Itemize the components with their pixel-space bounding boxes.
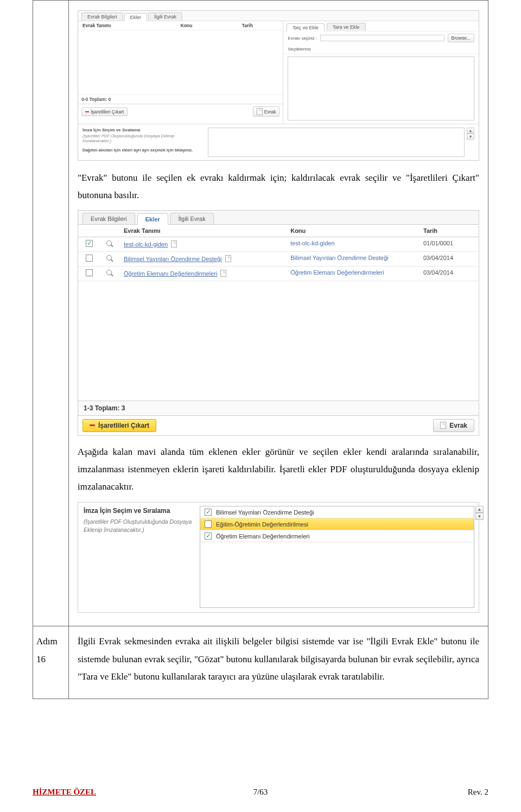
row-konu: Bilimsel Yayınları Özendirme Desteği — [290, 255, 389, 261]
isaretlileri-cikart-button[interactable]: İşaretlileri Çıkart — [82, 419, 156, 432]
screenshot-ekler-empty: Evrak Bilgileri Ekler İlgili Evrak Evrak… — [78, 10, 479, 161]
row-tarih: 03/04/2014 — [419, 267, 479, 281]
tab-ekler[interactable]: Ekler — [124, 13, 148, 21]
ss1-order-box — [208, 128, 465, 157]
imza-secim-sub: (İşaretliler PDF Oluşturulduğunda Dosyay… — [84, 518, 194, 534]
row-checkbox[interactable] — [86, 269, 93, 276]
tab-sec-ve-ekle[interactable]: Seç ve Ekle — [287, 23, 325, 31]
screenshot-imza-secim: İmza İçin Seçim ve Sıralama (İşaretliler… — [78, 502, 479, 613]
btn-label: Evrak — [449, 422, 467, 429]
evrak-button[interactable]: Evrak — [253, 106, 280, 117]
ss1-tabs: Evrak Bilgileri Ekler İlgili Evrak — [78, 11, 479, 21]
screenshot-ekler-list: Evrak Bilgileri Ekler İlgili Evrak Evrak… — [78, 210, 479, 436]
tab-ekler[interactable]: Ekler — [137, 213, 168, 225]
step-label: Adım 16 — [33, 626, 68, 675]
btn-label: Evrak — [264, 109, 276, 115]
list-item[interactable]: Bilimsel Yayınları Özendirme Desteği — [200, 506, 474, 518]
item-text: Eğitim-Öğretimin Değerlendirilmesi — [216, 521, 308, 528]
document-icon — [257, 108, 263, 115]
row-tarih: 01/01/0001 — [419, 237, 479, 251]
evrak-seciniz-label: Evrakı seçiniz : — [288, 36, 317, 41]
item-checkbox[interactable] — [205, 521, 212, 528]
btn-label: İşaretlileri Çıkart — [98, 422, 149, 429]
search-icon[interactable] — [106, 240, 113, 248]
imza-secim-sub: (İşaretliler PDF Oluşturulduğunda Dosyay… — [82, 134, 202, 143]
item-checkbox[interactable] — [205, 532, 212, 540]
selected-files-box — [288, 56, 474, 120]
document-icon — [220, 270, 226, 277]
imza-secim-title: İmza İçin Seçim ve Sıralama — [84, 507, 194, 515]
table-row[interactable]: Bilimsel Yayınları Özendirme Desteği Bil… — [78, 252, 479, 267]
tab-ilgili-evrak[interactable]: İlgili Evrak — [148, 12, 182, 21]
item-text: Bilimsel Yayınları Özendirme Desteği — [216, 509, 314, 516]
tab-evrak-bilgileri[interactable]: Evrak Bilgileri — [82, 213, 135, 224]
sectikleriniz-label: Seçtikleriniz — [288, 47, 311, 52]
imza-order-list: Bilimsel Yayınları Özendirme Desteği Eği… — [200, 506, 474, 608]
tab-evrak-bilgileri[interactable]: Evrak Bilgileri — [81, 12, 123, 21]
item-checkbox[interactable] — [205, 509, 212, 516]
document-icon — [171, 240, 177, 248]
search-icon[interactable] — [106, 269, 113, 277]
row-checkbox[interactable] — [86, 255, 93, 262]
imza-secim-title: İmza İçin Seçim ve Sıralama — [82, 128, 202, 132]
tab-ilgili-evrak[interactable]: İlgili Evrak — [170, 213, 214, 224]
row-title-link[interactable]: Bilimsel Yayınları Özendirme Desteği — [124, 256, 222, 262]
tab-tara-ve-ekle[interactable]: Tara ve Ekle — [327, 23, 366, 31]
move-down-button[interactable]: ▼ — [475, 513, 484, 520]
isaretlileri-cikart-button[interactable]: İşaretlileri Çıkart — [81, 107, 128, 116]
search-icon[interactable] — [106, 255, 113, 262]
paragraph-mavi-alan: Aşağıda kalan mavi alanda tüm eklenen ek… — [78, 443, 479, 496]
ekler-total: 1-3 Toplam: 3 — [78, 401, 479, 415]
move-down-button[interactable]: ▼ — [467, 134, 474, 139]
row-title-link[interactable]: test-olc-kd-giden — [124, 241, 168, 248]
row-checkbox[interactable] — [86, 240, 93, 247]
move-up-button[interactable]: ▲ — [475, 506, 484, 513]
page-footer: HİZMETE ÖZEL 7/63 Rev. 2 — [33, 788, 488, 797]
ss1-total: 0-0 Toplam: 0 — [78, 94, 283, 104]
document-icon — [440, 422, 446, 429]
document-icon — [225, 255, 231, 262]
ekler-table-head: Evrak Tanımı Konu Tarih — [78, 225, 479, 237]
dagitim-note: Dağıtım alıcıları için ekleri ayrı ayrı … — [82, 148, 202, 153]
paragraph-step16: İlgili Evrak sekmesinden evraka ait iliş… — [78, 633, 479, 686]
footer-page-number: 7/63 — [253, 788, 268, 797]
list-item[interactable]: Öğretim Elemanı Değerlendirmeleri — [200, 530, 474, 542]
browse-button[interactable]: Browse... — [448, 34, 474, 42]
minus-icon — [85, 111, 89, 112]
move-up-button[interactable]: ▲ — [467, 128, 474, 134]
item-text: Öğretim Elemanı Değerlendirmeleri — [216, 533, 309, 540]
minus-icon — [90, 424, 95, 426]
table-row[interactable]: Öğretim Elemanı Değerlendirmeleri Öğreti… — [78, 267, 479, 281]
row-title-link[interactable]: Öğretim Elemanı Değerlendirmeleri — [124, 270, 217, 277]
row-tarih: 03/04/2014 — [419, 252, 479, 266]
paragraph-evrak-butonu: "Evrak" butonu ile seçilen ek evrakı kal… — [78, 169, 479, 205]
btn-label: İşaretlileri Çıkart — [91, 109, 124, 115]
footer-rev: Rev. 2 — [468, 788, 488, 797]
evrak-button[interactable]: Evrak — [433, 419, 474, 432]
row-konu: test-olc-kd-giden — [290, 240, 334, 246]
footer-left: HİZMETE ÖZEL — [33, 788, 96, 797]
table-row[interactable]: test-olc-kd-giden test-olc-kd-giden 01/0… — [78, 237, 479, 252]
ss1-left-columns: Evrak Tanımı Konu Tarih — [78, 21, 283, 30]
row-konu: Öğretim Elemanı Değerlendirmeleri — [290, 269, 384, 276]
evrak-path-input[interactable] — [320, 35, 444, 41]
list-item[interactable]: Eğitim-Öğretimin Değerlendirilmesi — [200, 518, 474, 530]
